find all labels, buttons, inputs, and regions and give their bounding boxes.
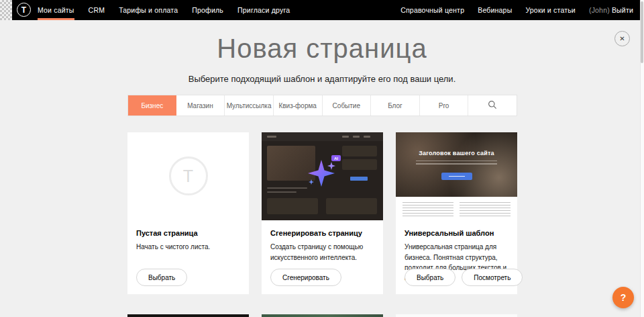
preview-panel <box>326 198 377 214</box>
logout-label: Выйти <box>612 6 633 14</box>
top-navbar: T Мои сайты CRM Тарифы и оплата Профиль … <box>0 0 644 20</box>
page-scrollbar[interactable] <box>640 0 644 317</box>
next-row-card-strip <box>396 314 517 317</box>
preview-panel <box>267 198 318 214</box>
tab-pro[interactable]: Pro <box>420 95 469 116</box>
nav-item-webinars[interactable]: Вебинары <box>478 0 512 20</box>
nav-item-plans[interactable]: Тарифы и оплата <box>119 0 178 20</box>
nav-item-logout[interactable]: (John) Выйти <box>589 0 633 20</box>
preview-subtext-lines <box>416 161 497 166</box>
card-description: Создать страницу с помощью искусственног… <box>270 242 374 263</box>
preview-blue-button <box>350 177 368 181</box>
tab-store[interactable]: Магазин <box>176 95 225 116</box>
preview-site-heading: Заголовок вашего сайта <box>396 150 517 156</box>
card-title: Универсальный шаблон <box>405 229 508 237</box>
choose-universal-button[interactable]: Выбрать <box>405 269 455 286</box>
template-card-universal: Заголовок вашего сайта Универсальный шаб… <box>396 132 517 294</box>
tab-multilink[interactable]: Мультиссылка <box>225 95 274 116</box>
template-category-tabs: Бизнес Магазин Мультиссылка Квиз-форма С… <box>127 95 517 116</box>
new-page-dialog: T Мои сайты CRM Тарифы и оплата Профиль … <box>0 0 644 317</box>
nav-item-invite-friend[interactable]: Пригласи друга <box>237 0 290 20</box>
preview-cta-button <box>441 173 472 180</box>
preview-panel <box>342 146 377 156</box>
preview-menu-dash <box>342 136 349 138</box>
user-name: (John) <box>589 6 610 14</box>
tab-business[interactable]: Бизнес <box>128 95 176 116</box>
choose-blank-button[interactable]: Выбрать <box>136 269 187 286</box>
close-icon: ✕ <box>619 35 625 42</box>
nav-item-lessons[interactable]: Уроки и статьи <box>525 0 576 20</box>
universal-template-preview: Заголовок вашего сайта <box>396 132 517 220</box>
nav-item-crm[interactable]: CRM <box>89 0 105 20</box>
navbar-right-menu: Справочный центр Вебинары Уроки и статьи… <box>400 0 633 20</box>
tab-search[interactable] <box>468 95 517 116</box>
page-title: Новая страница <box>0 34 644 64</box>
card-title: Пустая страница <box>136 229 240 237</box>
tab-event[interactable]: Событие <box>323 95 372 116</box>
close-button[interactable]: ✕ <box>614 31 630 46</box>
template-card-blank-page: T Пустая страница Начать с чистого листа… <box>127 132 249 294</box>
ai-sparkle-icon <box>306 158 337 191</box>
card-actions: Выбрать <box>136 269 187 286</box>
view-universal-button[interactable]: Посмотреть <box>462 269 523 286</box>
next-row-card-strip <box>127 314 249 317</box>
preview-text-column <box>402 202 453 217</box>
checkered-pattern <box>0 0 12 20</box>
tilda-logo[interactable]: T <box>17 3 31 17</box>
scrollbar-thumb[interactable] <box>641 1 643 63</box>
preview-hero-section: Заголовок вашего сайта <box>396 132 517 197</box>
template-card-ai-generate: AI Сгенерировать страницу Создать страни… <box>262 132 383 294</box>
preview-text-column <box>460 202 511 217</box>
card-actions: Сгенерировать <box>270 269 341 286</box>
tab-blog[interactable]: Блог <box>371 95 420 116</box>
tab-quiz-form[interactable]: Квиз-форма <box>274 95 323 116</box>
preview-panel <box>342 159 377 170</box>
card-body: Сгенерировать страницу Создать страницу … <box>262 220 383 294</box>
ai-generate-preview: AI <box>262 132 383 220</box>
help-button[interactable]: ? <box>612 287 634 308</box>
card-actions: Выбрать Посмотреть <box>405 269 523 286</box>
card-body: Универсальный шаблон Универсальная стран… <box>396 220 517 294</box>
search-icon <box>488 100 497 111</box>
nav-item-help-center[interactable]: Справочный центр <box>400 0 464 20</box>
card-title: Сгенерировать страницу <box>270 229 374 237</box>
nav-item-my-sites[interactable]: Мои сайты <box>38 0 74 20</box>
preview-text-section <box>396 197 517 220</box>
preview-logo-dash <box>267 136 276 138</box>
next-row-card-strip <box>262 314 383 317</box>
generate-button[interactable]: Сгенерировать <box>270 269 341 286</box>
card-description: Начать с чистого листа. <box>136 242 240 253</box>
blank-page-preview: T <box>127 132 249 220</box>
navbar-left-menu: Мои сайты CRM Тарифы и оплата Профиль Пр… <box>38 0 290 20</box>
preview-menu-dash <box>353 136 360 138</box>
card-body: Пустая страница Начать с чистого листа. … <box>127 220 249 294</box>
ai-badge: AI <box>331 155 341 161</box>
tilda-mark-icon: T <box>169 156 208 195</box>
preview-text-line <box>267 191 297 193</box>
preview-menu-dash <box>364 136 370 138</box>
preview-text-line <box>267 187 307 189</box>
nav-item-profile[interactable]: Профиль <box>192 0 223 20</box>
page-subtitle: Выберите подходящий шаблон и адаптируйте… <box>0 74 644 84</box>
